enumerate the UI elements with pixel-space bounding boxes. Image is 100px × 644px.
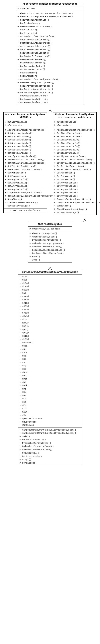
- vl-field-36: - mDy: [19, 394, 81, 397]
- method-12: + GetStateVariableUnits(): [17, 52, 83, 55]
- vl-field-11: - mJ63d: [19, 311, 81, 315]
- vl-field-39: - mPu: [19, 404, 81, 407]
- abstract-parameterised-double-box: AbstractParameterisedSystem< std::vector…: [53, 112, 97, 215]
- vl-field-10: - mJ62d: [19, 308, 81, 312]
- method-7: + GetNumberOfStateVariables(): [17, 35, 83, 38]
- aode-field-0: # mUsesAnalyticJacobian: [29, 227, 71, 231]
- vl-field-4: - mk23d: [19, 288, 81, 292]
- vl-field-5: - mad: [19, 292, 81, 295]
- apv-method-19: + ComputeDerivedQuantities(): [5, 191, 46, 194]
- left-col: AbstractParameterisedSystem< VECTOR > # …: [1, 112, 49, 214]
- vl-field-28: - mDa: [19, 368, 81, 371]
- vl-field-40: - mXD: [19, 407, 81, 410]
- abstract-parameterised-vector-methods: + AbstractParameterisedSystem() + GetSta…: [3, 128, 47, 208]
- apv-method-7: + SetStateVariable(): [5, 152, 46, 155]
- vanleeuwen-title: VanLeeuwen2009WntSwatCellCycleOdeSystem: [18, 270, 82, 274]
- apv-method-0: + AbstractParameterisedSystem(): [5, 128, 46, 132]
- apv-method-4: + SetStateVariable(): [5, 142, 46, 145]
- vl-method-10: # serialise(): [19, 461, 81, 465]
- vl-method-9: # Crypt(): [19, 458, 81, 461]
- apv-method-21: + DumpState(): [5, 198, 46, 201]
- inherit-triangle-apd: [83, 219, 87, 222]
- vl-field-3: - mk43d: [19, 285, 81, 288]
- vanleeuwen-fields: - mk2d - mk3d - mk34d - mk43d - mk23d - …: [18, 274, 82, 428]
- diagram-page: AbstractUntemplatedParameterisedSystem #…: [0, 0, 100, 468]
- apv-method-2: + GetStateVariable(): [5, 135, 46, 138]
- abstract-ode-title: AbstractOdeSystem: [28, 222, 72, 227]
- vl-method-2: + Init(): [19, 435, 81, 438]
- vl-method-4: + EvaluateYDerivatives(): [19, 442, 81, 445]
- vl-field-22: - mSb: [19, 348, 81, 351]
- apd-method-20: + SetAnyVariable(): [54, 194, 95, 198]
- method-13: + GetNumberOfParameters(): [17, 54, 83, 58]
- method-17: + GetParameterUnits(): [17, 68, 83, 71]
- method-1: + AbstractUntemplatedParameterisedSystem…: [17, 15, 83, 18]
- vl-field-37: - mKd: [19, 397, 81, 400]
- method-14: + rGetParameterNames(): [17, 58, 83, 62]
- apd-method-14: + SetParameter(): [54, 175, 95, 178]
- middle-row: AbstractParameterisedSystem< VECTOR > # …: [1, 112, 99, 216]
- method-2: + GetSystemInformation(): [17, 18, 83, 22]
- method-19: + GetParameter(): [17, 74, 83, 78]
- arrow-line-1: [50, 106, 50, 110]
- apv-field-0: # mStateVariables: [5, 120, 46, 124]
- method-24: + GetDerivedQuantityUnits(): [17, 91, 83, 94]
- apv-method-23: - GetStateMessage(): [5, 204, 46, 208]
- apv-method-6: + SetStateVariable(): [5, 148, 46, 152]
- vl-method-0: + VanLeeuwen2009WntSwatCellCycleOdeSyste…: [19, 428, 81, 432]
- method-23: + GetDerivedQuantityUnits(): [17, 88, 83, 91]
- apd-method-19: + SetAnyVariable(): [54, 191, 95, 194]
- abstract-ode-methods: + AbstractOdeSystem() = AbstractOdeSyste…: [28, 231, 72, 262]
- arrow-apd-down: [83, 216, 87, 222]
- apd-method-0: + AbstractParameterisedSystem(): [54, 128, 95, 132]
- vector-note: « std::vector< double > »: [10, 210, 40, 212]
- apd-method-11: + GetInitialConditions(): [54, 165, 95, 168]
- vl-field-2: - mk34d: [19, 282, 81, 285]
- right-arrow-container: [1, 216, 99, 222]
- vl-method-7: + GetWntLevel(): [19, 451, 81, 455]
- apd-method-1: + GetStateVariables(): [54, 132, 95, 135]
- abstract-untemplated-methods: + AbstractUntemplatedParameterisedSystem…: [16, 11, 84, 105]
- method-4: + rGetNumberOfAttributes(): [17, 25, 83, 28]
- method-8: + GetStateVariableNames(): [17, 38, 83, 42]
- vl-field-20: - mPhiE2F1: [19, 341, 81, 344]
- vl-field-15: - mph_i: [19, 324, 81, 328]
- right-col: AbstractParameterisedSystem< std::vector…: [51, 112, 99, 216]
- vl-field-23: - mSct: [19, 351, 81, 354]
- abstract-parameterised-vector-note: « std::vector< double > »: [3, 208, 47, 213]
- vl-field-42: - mXX: [19, 414, 81, 417]
- vl-field-21: - mSca: [19, 344, 81, 348]
- vl-field-9: - mJ61d: [19, 305, 81, 308]
- vl-field-13: - mkpd: [19, 318, 81, 321]
- arrow-untemplated-down: [48, 106, 52, 112]
- vl-field-33: - mDdk: [19, 384, 81, 387]
- abstract-parameterised-double-methods: + AbstractParameterisedSystem() + GetSta…: [53, 128, 97, 215]
- method-25: + GetAnyVariableIndex(): [17, 94, 83, 98]
- abstract-untemplated-fields: # mSystemInfo: [16, 6, 84, 11]
- apd-method-16: + GetAnyVariable(): [54, 181, 95, 185]
- vl-field-14: - mph_r: [19, 321, 81, 325]
- apd-method-18: + GetAnyVariable(): [54, 188, 95, 191]
- vl-field-26: - mSt: [19, 361, 81, 364]
- apd-method-13: + GetParameter(): [54, 171, 95, 175]
- vanleeuwen-wrapper: VanLeeuwen2009WntSwatCellCycleOdeSystem …: [1, 270, 99, 466]
- method-5: + HasAttribute(): [17, 28, 83, 32]
- method-26: + GetAnyVariableUnits(): [17, 98, 83, 101]
- apv-method-16: + GetAnyVariable(): [5, 181, 46, 185]
- arrow-line-aode: [50, 263, 50, 267]
- abstract-parameterised-vector-title: AbstractParameterisedSystem< VECTOR >: [3, 112, 47, 120]
- method-15: + rGetParameterUnits(): [17, 61, 83, 64]
- vanleeuwen-methods: + VanLeeuwen2009WntSwatCellCycleOdeSyste…: [18, 428, 82, 465]
- vl-field-30: - mDc: [19, 374, 81, 378]
- vl-field-29: - mDea: [19, 371, 81, 374]
- apv-method-22: # CheckParametersOnLoad(): [5, 201, 46, 204]
- apd-method-21: + ComputeDerivedQuantities(): [54, 198, 95, 201]
- apd-method-10: + SetDefaultInitialConditions(): [54, 162, 95, 165]
- aode-method-1: = AbstractOdeSystem(): [29, 235, 71, 239]
- apv-method-11: + GetInitialConditions(): [5, 165, 46, 168]
- apv-method-10: + SetDefaultInitialConditions(): [5, 162, 46, 165]
- apd-field-1: # mParameters: [54, 124, 95, 127]
- abstract-ode-fields: # mUsesAnalyticJacobian: [28, 227, 72, 232]
- method-22: + GetDerivedQuantityIndex(): [17, 84, 83, 88]
- aode-method-5: + GetUsesAnalyticJacobian(): [29, 248, 71, 252]
